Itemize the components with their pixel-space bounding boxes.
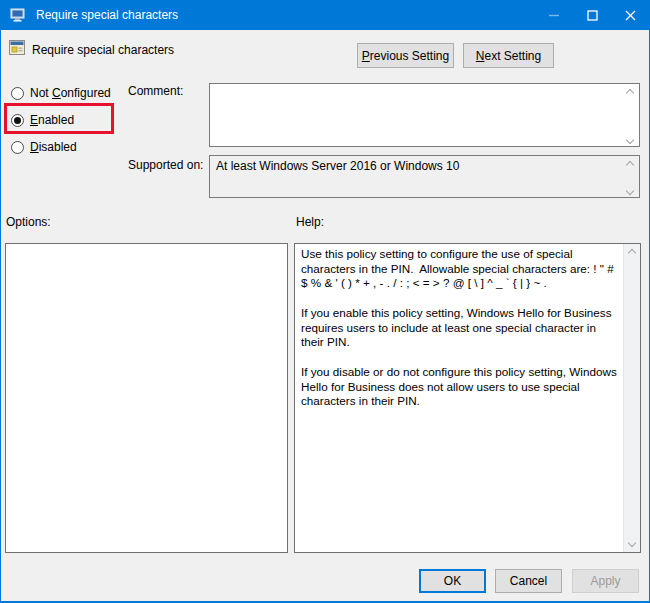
comment-scroll-up-icon[interactable]	[626, 88, 634, 96]
supported-on-value: At least Windows Server 2016 or Windows …	[209, 155, 640, 198]
window-controls	[535, 0, 649, 30]
radio-label-disabled: Disabled	[30, 140, 77, 154]
supported-scroll-up-icon[interactable]	[626, 160, 634, 168]
radio-circle-not-configured[interactable]	[11, 87, 24, 100]
comment-input[interactable]	[209, 83, 640, 147]
radio-not-configured[interactable]: Not Configured	[11, 86, 111, 100]
policy-name-heading: Require special characters	[32, 43, 174, 57]
window-title: Require special characters	[36, 8, 178, 22]
minimize-button[interactable]	[535, 0, 573, 30]
maximize-button[interactable]	[573, 0, 611, 30]
radio-disabled[interactable]: Disabled	[11, 140, 77, 154]
comment-scroll-down-icon[interactable]	[626, 137, 634, 145]
comment-label: Comment:	[128, 84, 183, 98]
ok-button[interactable]: OK	[419, 569, 486, 593]
help-panel: Use this policy setting to configure the…	[294, 243, 641, 553]
apply-button: Apply	[572, 569, 639, 593]
cancel-button[interactable]: Cancel	[495, 569, 562, 593]
supported-on-label: Supported on:	[128, 158, 203, 172]
help-label: Help:	[296, 215, 324, 229]
policy-setting-icon	[9, 40, 26, 56]
help-text: Use this policy setting to configure the…	[295, 244, 623, 552]
previous-setting-button[interactable]: Previous Setting	[357, 43, 454, 68]
titlebar: Require special characters	[1, 0, 649, 30]
group-policy-window-icon	[10, 7, 28, 23]
help-scrollbar[interactable]	[623, 244, 640, 552]
options-label: Options:	[6, 215, 51, 229]
close-button[interactable]	[611, 0, 649, 30]
help-scroll-up-icon[interactable]	[628, 248, 636, 256]
radio-label-not-configured: Not Configured	[30, 86, 111, 100]
help-scroll-down-icon[interactable]	[628, 540, 636, 548]
policy-setting-window: Require special characters Require speci…	[0, 0, 650, 603]
radio-label-enabled: Enabled	[30, 113, 74, 127]
radio-circle-disabled[interactable]	[11, 141, 24, 154]
next-setting-button[interactable]: Next Setting	[463, 43, 554, 68]
supported-scroll-down-icon[interactable]	[626, 188, 634, 196]
radio-circle-enabled[interactable]	[11, 114, 24, 127]
radio-enabled[interactable]: Enabled	[11, 113, 74, 127]
options-panel	[5, 243, 288, 553]
